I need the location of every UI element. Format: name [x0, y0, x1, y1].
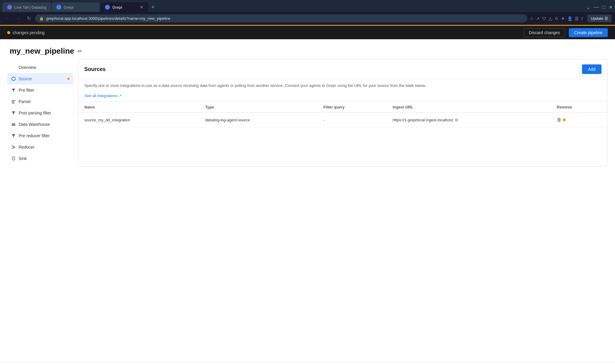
pre-filter-icon — [11, 87, 16, 93]
main-layout: Overview Source Pre filter — [0, 59, 615, 174]
copy-url-button[interactable]: ⧉ — [454, 117, 459, 123]
theme-icon[interactable]: ☀ — [561, 16, 565, 21]
cell-remove: 🗑 — [551, 112, 608, 127]
reload-button[interactable]: ↻ — [25, 14, 33, 22]
app-bar-actions: Discard changes Create pipeline — [524, 28, 608, 37]
tab-close-grepr2[interactable]: ✕ — [140, 5, 143, 10]
toolbar-actions: ☆ ↗ 🛡 △ ⛭ ☀ 👤 ☰ ☾ Update ☰ — [530, 15, 611, 22]
see-all-integrations-link[interactable]: See all integrations ↗ — [84, 93, 122, 98]
edit-title-icon[interactable]: ✏ — [78, 48, 82, 55]
sidebar-item-post-parsing-filter[interactable]: Post parsing filter — [7, 107, 73, 119]
update-button[interactable]: Update ☰ — [587, 15, 611, 22]
sources-description: Specify one or more integrations to use … — [78, 79, 608, 92]
pre-reducer-filter-icon — [11, 133, 16, 138]
tab-add-button[interactable]: + — [149, 3, 157, 12]
sidebar-icon[interactable]: ☰ — [575, 16, 579, 21]
post-filter-icon — [11, 110, 16, 116]
close-icon[interactable]: ✕ — [609, 4, 613, 10]
tab-icon-grepr2 — [105, 5, 110, 10]
sidebar-label-pre-filter: Pre filter — [19, 88, 70, 93]
page-footer: ©2024 Grepr All rights reserved. Version… — [0, 361, 615, 364]
svg-rect-4 — [12, 103, 15, 103]
tab-grepr1[interactable]: Grepr — [52, 2, 100, 12]
sidebar-item-parser[interactable]: Parser — [7, 96, 73, 107]
changes-pending-label: changes pending — [13, 30, 45, 35]
reducer-icon — [11, 144, 16, 150]
tab-list-icon[interactable]: ⌄ — [586, 4, 590, 10]
minimize-icon[interactable]: — — [594, 4, 598, 10]
restore-icon[interactable]: □ — [602, 4, 605, 10]
external-link-icon: ↗ — [119, 93, 122, 98]
sidebar-item-pre-filter[interactable]: Pre filter — [7, 84, 73, 96]
description-text: Specify one or more integrations to use … — [84, 83, 426, 88]
see-all-label: See all integrations — [84, 93, 118, 98]
extensions-icon[interactable]: ⛭ — [554, 16, 559, 21]
sidebar-label-pre-reducer-filter: Pre reducer filter — [19, 133, 70, 138]
address-bar[interactable]: 🔒 greprlocal.app.localhost:3000/pipeline… — [35, 14, 527, 22]
svg-rect-7 — [12, 124, 15, 125]
sidebar-item-data-warehouse[interactable]: Data Warehouse — [7, 119, 73, 130]
col-header-name: Name — [78, 102, 199, 112]
svg-rect-8 — [12, 125, 15, 126]
alert-icon[interactable]: △ — [549, 16, 552, 21]
source-icon — [11, 76, 16, 81]
cell-name: source_my_dd_integration — [78, 112, 199, 127]
page-title: my_new_pipeline — [10, 46, 74, 56]
svg-marker-9 — [12, 134, 15, 138]
svg-line-10 — [12, 146, 15, 147]
tab-label-livetail: Live Tail | Datadog — [14, 5, 46, 10]
delete-row-button[interactable]: 🗑 — [557, 117, 562, 123]
sidebar-label-overview: Overview — [19, 65, 70, 70]
browser-tabs: Live Tail | Datadog Grepr Grepr ✕ + ⌄ — … — [0, 0, 615, 12]
share-icon[interactable]: ↗ — [536, 16, 540, 21]
sources-header: Sources Add — [78, 60, 608, 79]
pending-dot — [7, 31, 10, 34]
sidebar-label-post-parsing-filter: Post parsing filter — [19, 111, 70, 115]
tab-grepr2[interactable]: Grepr ✕ — [100, 2, 148, 12]
profile-icon[interactable]: 👤 — [567, 16, 572, 21]
update-menu-icon: ☰ — [604, 16, 608, 21]
add-source-button[interactable]: Add — [582, 64, 602, 74]
tab-icon-livetail — [7, 5, 12, 10]
sidebar-item-source[interactable]: Source — [7, 73, 73, 84]
url-text: greprlocal.app.localhost:3000/pipelines/… — [46, 16, 523, 21]
svg-marker-1 — [12, 89, 15, 92]
bookmark-icon[interactable]: ☆ — [530, 16, 534, 21]
col-header-filter-query: Filter query — [317, 102, 387, 112]
page-content: my_new_pipeline ✏ Overview Source — [0, 39, 615, 361]
svg-marker-5 — [12, 111, 15, 115]
svg-rect-3 — [12, 102, 14, 102]
sources-table: Name Type Filter query Ingest URL Remove… — [78, 102, 608, 128]
changes-pending-indicator: changes pending — [7, 30, 45, 35]
col-header-type: Type — [199, 102, 317, 112]
sidebar-item-sink[interactable]: Sink — [7, 153, 73, 164]
shield-icon[interactable]: 🛡 — [542, 16, 546, 21]
svg-point-0 — [12, 77, 15, 81]
darkmode-icon[interactable]: ☾ — [581, 16, 585, 21]
sidebar-item-reducer[interactable]: Reducer — [7, 141, 73, 153]
sidebar-item-pre-reducer-filter[interactable]: Pre reducer filter — [7, 130, 73, 141]
svg-rect-6 — [12, 123, 15, 124]
content-area: Sources Add Specify one or more integrat… — [78, 59, 608, 167]
sidebar-label-parser: Parser — [19, 99, 70, 104]
cell-filter-query: - — [317, 112, 387, 127]
col-header-remove: Remove — [551, 102, 608, 112]
lock-icon: 🔒 — [39, 16, 44, 21]
sources-title: Sources — [84, 66, 582, 73]
sidebar-item-overview[interactable]: Overview — [7, 62, 73, 73]
create-pipeline-button[interactable]: Create pipeline — [569, 28, 608, 37]
back-button[interactable]: ← — [4, 15, 12, 22]
tab-label-grepr2: Grepr — [112, 5, 137, 10]
overview-icon — [11, 65, 16, 70]
source-pending-dot — [67, 78, 70, 80]
parser-icon — [11, 99, 16, 104]
sink-icon — [11, 156, 16, 161]
row-status-dot — [563, 118, 566, 121]
browser-toolbar: ← → ↻ 🔒 greprlocal.app.localhost:3000/pi… — [0, 12, 615, 25]
discard-changes-button[interactable]: Discard changes — [524, 28, 565, 37]
forward-button[interactable]: → — [14, 15, 23, 22]
sidebar: Overview Source Pre filter — [7, 59, 73, 167]
cell-ingest-url: https://1-greprlocal.ingest.localhost ⧉ — [387, 112, 551, 127]
tab-label-grepr1: Grepr — [64, 5, 95, 10]
tab-livetail[interactable]: Live Tail | Datadog — [2, 2, 51, 12]
